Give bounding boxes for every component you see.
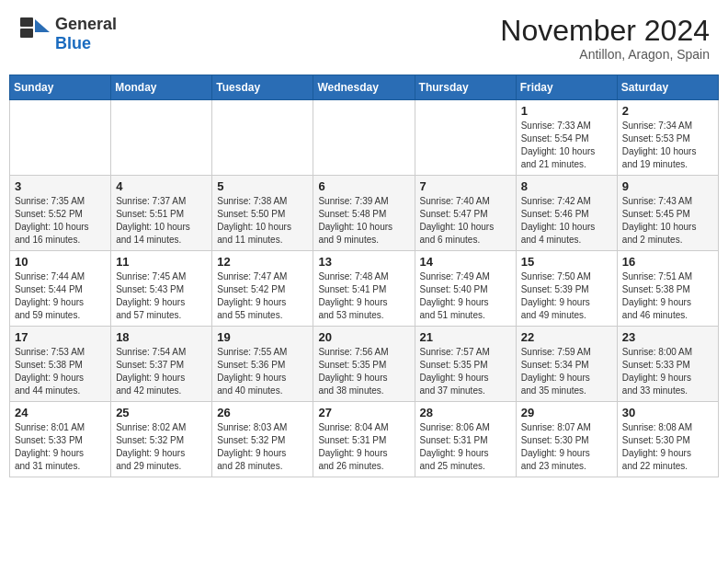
day-cell: [415, 100, 516, 176]
page-container: General Blue November 2024 Antillon, Ara…: [9, 9, 719, 477]
day-info: Sunrise: 7:59 AMSunset: 5:34 PMDaylight:…: [521, 346, 612, 397]
day-number: 25: [116, 406, 207, 419]
day-number: 23: [622, 330, 713, 344]
day-info: Sunrise: 7:42 AMSunset: 5:46 PMDaylight:…: [521, 195, 612, 247]
day-number: 2: [622, 104, 713, 118]
day-number: 3: [15, 179, 106, 193]
day-header-tuesday: Tuesday: [212, 75, 313, 100]
day-info: Sunrise: 8:03 AMSunset: 5:32 PMDaylight:…: [217, 421, 308, 473]
day-cell: 29Sunrise: 8:07 AMSunset: 5:30 PMDayligh…: [516, 402, 617, 477]
day-cell: 27Sunrise: 8:04 AMSunset: 5:31 PMDayligh…: [313, 402, 415, 477]
week-row-4: 17Sunrise: 7:53 AMSunset: 5:38 PMDayligh…: [10, 327, 719, 402]
day-number: 8: [521, 179, 612, 193]
day-info: Sunrise: 8:00 AMSunset: 5:33 PMDaylight:…: [622, 346, 713, 397]
week-row-3: 10Sunrise: 7:44 AMSunset: 5:44 PMDayligh…: [10, 251, 719, 327]
day-cell: 1Sunrise: 7:33 AMSunset: 5:54 PMDaylight…: [516, 100, 617, 176]
day-number: 7: [420, 179, 511, 193]
day-cell: 10Sunrise: 7:44 AMSunset: 5:44 PMDayligh…: [10, 251, 111, 327]
day-info: Sunrise: 7:38 AMSunset: 5:50 PMDaylight:…: [217, 195, 308, 247]
day-cell: 8Sunrise: 7:42 AMSunset: 5:46 PMDaylight…: [516, 176, 617, 251]
location: Antillon, Aragon, Spain: [500, 47, 710, 62]
svg-rect-0: [20, 29, 33, 38]
day-number: 21: [420, 330, 511, 344]
logo-general: General: [55, 15, 117, 33]
day-cell: 7Sunrise: 7:40 AMSunset: 5:47 PMDaylight…: [415, 176, 516, 251]
day-cell: [111, 100, 212, 176]
day-info: Sunrise: 8:06 AMSunset: 5:31 PMDaylight:…: [420, 421, 511, 473]
day-number: 15: [521, 255, 612, 269]
day-header-wednesday: Wednesday: [313, 75, 415, 100]
day-cell: [212, 100, 313, 176]
logo-graphic: [18, 16, 51, 52]
day-info: Sunrise: 8:01 AMSunset: 5:33 PMDaylight:…: [15, 421, 106, 473]
week-row-5: 24Sunrise: 8:01 AMSunset: 5:33 PMDayligh…: [10, 402, 719, 477]
month-title: November 2024: [500, 15, 710, 47]
day-info: Sunrise: 7:55 AMSunset: 5:36 PMDaylight:…: [217, 346, 308, 397]
title-block: November 2024 Antillon, Aragon, Spain: [500, 15, 710, 62]
day-number: 29: [521, 406, 612, 419]
day-cell: 28Sunrise: 8:06 AMSunset: 5:31 PMDayligh…: [415, 402, 516, 477]
day-cell: 25Sunrise: 8:02 AMSunset: 5:32 PMDayligh…: [111, 402, 212, 477]
day-number: 4: [116, 179, 207, 193]
day-header-friday: Friday: [516, 75, 617, 100]
week-row-2: 3Sunrise: 7:35 AMSunset: 5:52 PMDaylight…: [10, 176, 719, 251]
day-number: 12: [217, 255, 308, 269]
day-number: 17: [15, 330, 106, 344]
logo-blue: Blue: [55, 34, 91, 52]
day-cell: 24Sunrise: 8:01 AMSunset: 5:33 PMDayligh…: [10, 402, 111, 477]
day-header-sunday: Sunday: [10, 75, 111, 100]
day-number: 24: [15, 406, 106, 419]
day-info: Sunrise: 7:54 AMSunset: 5:37 PMDaylight:…: [116, 346, 207, 397]
day-cell: 6Sunrise: 7:39 AMSunset: 5:48 PMDaylight…: [313, 176, 415, 251]
logo: General Blue: [18, 15, 117, 53]
day-info: Sunrise: 7:48 AMSunset: 5:41 PMDaylight:…: [318, 270, 409, 322]
day-cell: 13Sunrise: 7:48 AMSunset: 5:41 PMDayligh…: [313, 251, 415, 327]
day-cell: 20Sunrise: 7:56 AMSunset: 5:35 PMDayligh…: [313, 327, 415, 402]
day-info: Sunrise: 7:47 AMSunset: 5:42 PMDaylight:…: [217, 270, 308, 322]
day-info: Sunrise: 8:02 AMSunset: 5:32 PMDaylight:…: [116, 421, 207, 473]
day-cell: 22Sunrise: 7:59 AMSunset: 5:34 PMDayligh…: [516, 327, 617, 402]
day-number: 11: [116, 255, 207, 269]
day-info: Sunrise: 7:45 AMSunset: 5:43 PMDaylight:…: [116, 270, 207, 322]
logo-text: General Blue: [55, 15, 117, 53]
day-number: 13: [318, 255, 409, 269]
day-cell: 17Sunrise: 7:53 AMSunset: 5:38 PMDayligh…: [10, 327, 111, 402]
day-info: Sunrise: 7:51 AMSunset: 5:38 PMDaylight:…: [622, 270, 713, 322]
day-cell: 15Sunrise: 7:50 AMSunset: 5:39 PMDayligh…: [516, 251, 617, 327]
day-number: 10: [15, 255, 106, 269]
day-cell: 19Sunrise: 7:55 AMSunset: 5:36 PMDayligh…: [212, 327, 313, 402]
day-number: 27: [318, 406, 409, 419]
day-number: 20: [318, 330, 409, 344]
day-cell: 9Sunrise: 7:43 AMSunset: 5:45 PMDaylight…: [617, 176, 718, 251]
day-info: Sunrise: 7:49 AMSunset: 5:40 PMDaylight:…: [420, 270, 511, 322]
day-info: Sunrise: 7:43 AMSunset: 5:45 PMDaylight:…: [622, 195, 713, 247]
day-cell: [10, 100, 111, 176]
day-cell: 26Sunrise: 8:03 AMSunset: 5:32 PMDayligh…: [212, 402, 313, 477]
day-number: 19: [217, 330, 308, 344]
day-info: Sunrise: 8:07 AMSunset: 5:30 PMDaylight:…: [521, 421, 612, 473]
day-info: Sunrise: 7:53 AMSunset: 5:38 PMDaylight:…: [15, 346, 106, 397]
day-cell: 5Sunrise: 7:38 AMSunset: 5:50 PMDaylight…: [212, 176, 313, 251]
day-number: 9: [622, 179, 713, 193]
day-cell: 21Sunrise: 7:57 AMSunset: 5:35 PMDayligh…: [415, 327, 516, 402]
day-info: Sunrise: 7:35 AMSunset: 5:52 PMDaylight:…: [15, 195, 106, 247]
day-number: 26: [217, 406, 308, 419]
day-info: Sunrise: 7:39 AMSunset: 5:48 PMDaylight:…: [318, 195, 409, 247]
day-cell: 2Sunrise: 7:34 AMSunset: 5:53 PMDaylight…: [617, 100, 718, 176]
day-header-saturday: Saturday: [617, 75, 718, 100]
day-info: Sunrise: 8:08 AMSunset: 5:30 PMDaylight:…: [622, 421, 713, 473]
day-cell: 23Sunrise: 8:00 AMSunset: 5:33 PMDayligh…: [617, 327, 718, 402]
day-header-thursday: Thursday: [415, 75, 516, 100]
day-info: Sunrise: 8:04 AMSunset: 5:31 PMDaylight:…: [318, 421, 409, 473]
day-cell: 30Sunrise: 8:08 AMSunset: 5:30 PMDayligh…: [617, 402, 718, 477]
header-row: SundayMondayTuesdayWednesdayThursdayFrid…: [10, 75, 719, 100]
day-cell: 4Sunrise: 7:37 AMSunset: 5:51 PMDaylight…: [111, 176, 212, 251]
day-number: 6: [318, 179, 409, 193]
svg-marker-2: [35, 19, 50, 32]
day-cell: [313, 100, 415, 176]
day-header-monday: Monday: [111, 75, 212, 100]
week-row-1: 1Sunrise: 7:33 AMSunset: 5:54 PMDaylight…: [10, 100, 719, 176]
day-number: 18: [116, 330, 207, 344]
day-number: 5: [217, 179, 308, 193]
day-cell: 11Sunrise: 7:45 AMSunset: 5:43 PMDayligh…: [111, 251, 212, 327]
